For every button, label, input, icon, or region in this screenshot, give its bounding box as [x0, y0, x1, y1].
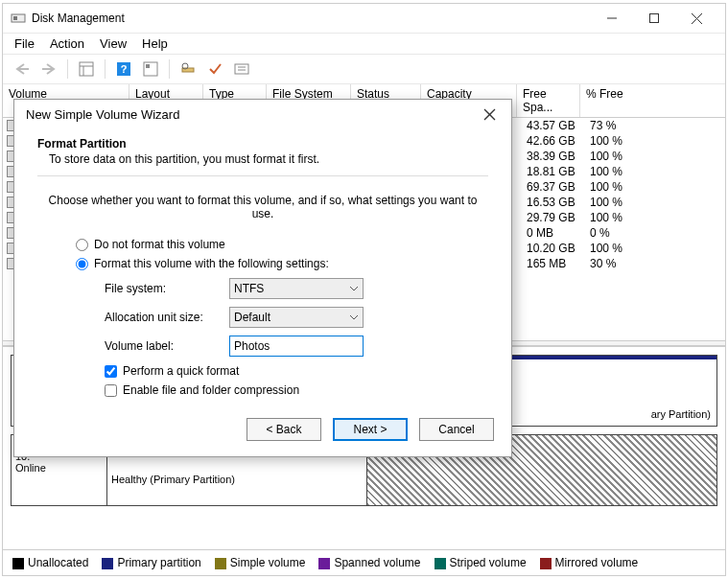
volume-free: 10.20 GB — [521, 242, 584, 255]
volume-pfree: 100 % — [584, 211, 661, 224]
legend-primary: Primary partition — [117, 556, 200, 569]
volume-free: 42.66 GB — [521, 134, 584, 148]
wizard-title: New Simple Volume Wizard — [26, 107, 179, 122]
volume-free: 165 MB — [521, 257, 584, 270]
file-system-value: NTFS — [234, 282, 264, 295]
legend-sw-mirrored — [540, 558, 552, 569]
radio-format-label: Format this volume with the following se… — [94, 257, 329, 270]
col-percent-free[interactable]: % Free — [580, 84, 657, 117]
back-button[interactable] — [11, 58, 34, 81]
cancel-button[interactable]: Cancel — [419, 418, 494, 441]
volume-free: 38.39 GB — [521, 150, 584, 163]
legend-simple: Simple volume — [230, 556, 306, 569]
new-simple-volume-wizard: New Simple Volume Wizard Format Partitio… — [13, 99, 512, 457]
radio-do-not-format[interactable] — [76, 239, 88, 251]
volume-free: 29.79 GB — [521, 211, 584, 224]
help-icon[interactable]: ? — [112, 58, 135, 81]
close-window-button[interactable] — [675, 4, 717, 33]
svg-rect-17 — [235, 64, 248, 74]
chevron-down-icon — [349, 286, 359, 291]
volume-free: 16.53 GB — [521, 196, 584, 209]
next-button[interactable]: Next > — [333, 418, 408, 441]
legend-sw-unallocated — [12, 558, 24, 569]
svg-text:?: ? — [121, 63, 128, 75]
radio-format[interactable] — [76, 258, 88, 270]
window-title: Disk Management — [32, 12, 125, 25]
disk0-partition-status: ary Partition) — [651, 408, 711, 420]
compression-checkbox[interactable] — [105, 384, 117, 397]
toolbar-icon-4[interactable] — [230, 58, 253, 81]
toolbar-icon-3[interactable] — [203, 58, 226, 81]
volume-pfree: 0 % — [584, 226, 661, 240]
quick-format-checkbox[interactable] — [105, 365, 117, 378]
volume-label-label: Volume label: — [105, 339, 229, 353]
volume-free: 18.81 GB — [521, 165, 584, 178]
legend-sw-spanned — [318, 558, 330, 569]
legend-spanned: Spanned volume — [334, 556, 420, 569]
volume-pfree: 100 % — [584, 165, 661, 178]
minimize-button[interactable] — [591, 4, 633, 33]
legend-striped: Striped volume — [450, 556, 527, 569]
toolbar-icon-2[interactable] — [139, 58, 162, 81]
legend-sw-striped — [434, 558, 446, 569]
volume-pfree: 100 % — [584, 180, 661, 194]
back-button[interactable]: < Back — [247, 418, 321, 441]
maximize-button[interactable] — [633, 4, 675, 33]
svg-rect-3 — [650, 14, 659, 23]
volume-free: 69.37 GB — [521, 180, 584, 194]
menu-file[interactable]: File — [14, 36, 35, 51]
legend-sw-simple — [215, 558, 226, 569]
quick-format-label: Perform a quick format — [123, 364, 239, 378]
disk1-partition-0-status: Healthy (Primary Partition) — [111, 474, 363, 485]
file-system-select[interactable]: NTFS — [229, 278, 364, 299]
wizard-subheading: To store data on this partition, you mus… — [49, 152, 488, 166]
volume-pfree: 100 % — [584, 196, 661, 209]
volume-free: 0 MB — [521, 226, 584, 240]
legend-mirrored: Mirrored volume — [555, 556, 639, 569]
volume-pfree: 100 % — [584, 134, 661, 148]
svg-rect-14 — [146, 64, 150, 68]
allocation-unit-label: Allocation unit size: — [105, 311, 229, 324]
volume-pfree: 100 % — [584, 242, 661, 255]
app-icon — [11, 11, 26, 26]
svg-rect-8 — [80, 62, 93, 76]
menu-help[interactable]: Help — [142, 36, 168, 51]
menu-view[interactable]: View — [100, 36, 127, 51]
legend-sw-primary — [102, 558, 113, 569]
chevron-down-icon — [349, 314, 359, 320]
close-icon[interactable] — [480, 108, 500, 121]
legend-unallocated: Unallocated — [28, 556, 88, 569]
refresh-icon[interactable] — [176, 58, 200, 81]
compression-label: Enable file and folder compression — [123, 383, 299, 397]
volume-pfree: 73 % — [584, 119, 661, 132]
volume-pfree: 100 % — [584, 150, 661, 163]
allocation-unit-select[interactable]: Default — [229, 307, 364, 328]
disk1-status: Online — [15, 462, 103, 474]
volume-label-input[interactable] — [229, 336, 364, 357]
forward-button[interactable] — [37, 58, 60, 81]
radio-do-not-format-label: Do not format this volume — [94, 238, 225, 251]
wizard-prompt: Choose whether you want to format this v… — [37, 175, 488, 220]
col-free-space[interactable]: Free Spa... — [517, 84, 580, 117]
menu-action[interactable]: Action — [50, 36, 84, 51]
volume-pfree: 30 % — [584, 257, 661, 270]
file-system-label: File system: — [105, 282, 229, 295]
volume-free: 43.57 GB — [521, 119, 584, 132]
toolbar-icon-1[interactable] — [75, 58, 98, 81]
svg-rect-1 — [13, 16, 17, 20]
allocation-unit-value: Default — [234, 311, 270, 324]
wizard-heading: Format Partition — [37, 137, 488, 151]
